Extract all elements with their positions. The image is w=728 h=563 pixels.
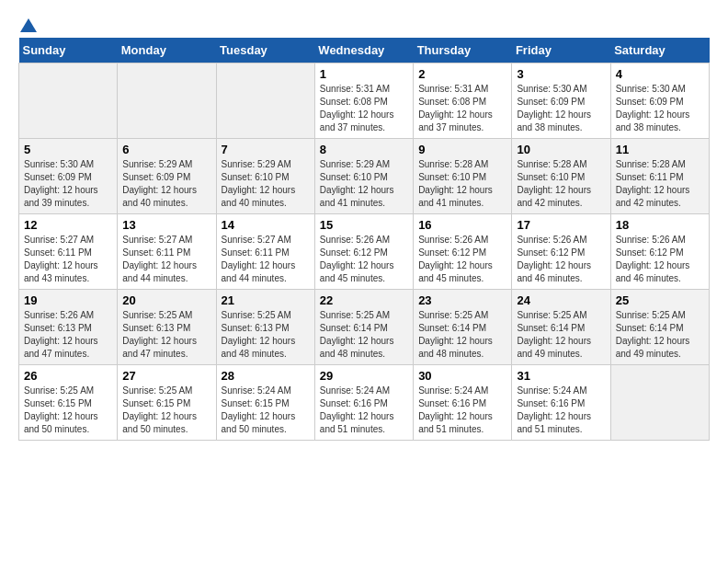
calendar-week-row: 12Sunrise: 5:27 AM Sunset: 6:11 PM Dayli… <box>19 214 710 290</box>
day-number: 15 <box>320 218 408 232</box>
day-info: Sunrise: 5:24 AM Sunset: 6:16 PM Dayligh… <box>320 385 408 436</box>
day-info: Sunrise: 5:25 AM Sunset: 6:15 PM Dayligh… <box>122 385 210 436</box>
day-info: Sunrise: 5:30 AM Sunset: 6:09 PM Dayligh… <box>517 83 605 134</box>
day-number: 25 <box>616 293 704 307</box>
calendar-day-cell: 31Sunrise: 5:24 AM Sunset: 6:16 PM Dayli… <box>512 365 610 441</box>
day-number: 22 <box>320 293 408 307</box>
day-number: 18 <box>616 218 704 232</box>
calendar-week-row: 26Sunrise: 5:25 AM Sunset: 6:15 PM Dayli… <box>19 365 710 441</box>
day-number: 8 <box>320 143 408 156</box>
calendar-week-row: 5Sunrise: 5:30 AM Sunset: 6:09 PM Daylig… <box>19 139 710 214</box>
calendar-day-cell: 24Sunrise: 5:25 AM Sunset: 6:14 PM Dayli… <box>512 290 610 365</box>
day-info: Sunrise: 5:27 AM Sunset: 6:11 PM Dayligh… <box>24 234 112 285</box>
day-info: Sunrise: 5:25 AM Sunset: 6:14 PM Dayligh… <box>320 309 408 361</box>
day-info: Sunrise: 5:25 AM Sunset: 6:14 PM Dayligh… <box>418 309 506 361</box>
weekday-header-row: SundayMondayTuesdayWednesdayThursdayFrid… <box>19 38 710 63</box>
day-number: 13 <box>122 218 210 232</box>
day-info: Sunrise: 5:29 AM Sunset: 6:09 PM Dayligh… <box>122 158 210 210</box>
day-info: Sunrise: 5:25 AM Sunset: 6:13 PM Dayligh… <box>222 309 310 361</box>
calendar-day-cell: 27Sunrise: 5:25 AM Sunset: 6:15 PM Dayli… <box>118 365 216 441</box>
weekday-header-cell: Monday <box>118 38 216 63</box>
calendar-table: SundayMondayTuesdayWednesdayThursdayFrid… <box>18 38 710 441</box>
calendar-day-cell: 28Sunrise: 5:24 AM Sunset: 6:15 PM Dayli… <box>216 365 314 441</box>
day-number: 1 <box>320 67 408 81</box>
day-number: 2 <box>418 67 506 81</box>
calendar-day-cell: 25Sunrise: 5:25 AM Sunset: 6:14 PM Dayli… <box>610 290 709 365</box>
day-number: 5 <box>24 143 112 156</box>
day-info: Sunrise: 5:24 AM Sunset: 6:16 PM Dayligh… <box>418 385 506 436</box>
day-info: Sunrise: 5:31 AM Sunset: 6:08 PM Dayligh… <box>320 83 408 134</box>
calendar-day-cell: 7Sunrise: 5:29 AM Sunset: 6:10 PM Daylig… <box>216 139 314 214</box>
day-number: 24 <box>517 293 605 307</box>
calendar-day-cell: 13Sunrise: 5:27 AM Sunset: 6:11 PM Dayli… <box>118 214 216 290</box>
day-info: Sunrise: 5:25 AM Sunset: 6:15 PM Dayligh… <box>24 385 112 436</box>
day-info: Sunrise: 5:27 AM Sunset: 6:11 PM Dayligh… <box>222 234 310 285</box>
calendar-day-cell: 26Sunrise: 5:25 AM Sunset: 6:15 PM Dayli… <box>19 365 118 441</box>
calendar-day-cell: 29Sunrise: 5:24 AM Sunset: 6:16 PM Dayli… <box>314 365 413 441</box>
day-number: 3 <box>517 67 605 81</box>
calendar-week-row: 19Sunrise: 5:26 AM Sunset: 6:13 PM Dayli… <box>19 290 710 365</box>
weekday-header-cell: Thursday <box>414 38 512 63</box>
calendar-day-cell <box>19 63 118 139</box>
calendar-day-cell: 23Sunrise: 5:25 AM Sunset: 6:14 PM Dayli… <box>414 290 512 365</box>
day-number: 10 <box>517 143 605 156</box>
logo <box>18 18 39 29</box>
calendar-day-cell: 30Sunrise: 5:24 AM Sunset: 6:16 PM Dayli… <box>414 365 512 441</box>
day-info: Sunrise: 5:26 AM Sunset: 6:12 PM Dayligh… <box>320 234 408 285</box>
day-info: Sunrise: 5:28 AM Sunset: 6:10 PM Dayligh… <box>517 158 605 210</box>
day-info: Sunrise: 5:25 AM Sunset: 6:14 PM Dayligh… <box>616 309 704 361</box>
calendar-day-cell: 10Sunrise: 5:28 AM Sunset: 6:10 PM Dayli… <box>512 139 610 214</box>
day-number: 21 <box>222 293 310 307</box>
weekday-header-cell: Tuesday <box>216 38 314 63</box>
day-info: Sunrise: 5:28 AM Sunset: 6:10 PM Dayligh… <box>418 158 506 210</box>
day-info: Sunrise: 5:24 AM Sunset: 6:15 PM Dayligh… <box>222 385 310 436</box>
day-number: 9 <box>418 143 506 156</box>
page-header <box>18 18 710 29</box>
calendar-day-cell <box>610 365 709 441</box>
calendar-day-cell: 20Sunrise: 5:25 AM Sunset: 6:13 PM Dayli… <box>118 290 216 365</box>
calendar-day-cell: 16Sunrise: 5:26 AM Sunset: 6:12 PM Dayli… <box>414 214 512 290</box>
day-number: 20 <box>122 293 210 307</box>
calendar-day-cell: 5Sunrise: 5:30 AM Sunset: 6:09 PM Daylig… <box>19 139 118 214</box>
day-number: 27 <box>122 369 210 383</box>
calendar-day-cell: 22Sunrise: 5:25 AM Sunset: 6:14 PM Dayli… <box>314 290 413 365</box>
day-info: Sunrise: 5:26 AM Sunset: 6:12 PM Dayligh… <box>418 234 506 285</box>
calendar-day-cell: 3Sunrise: 5:30 AM Sunset: 6:09 PM Daylig… <box>512 63 610 139</box>
calendar-day-cell: 4Sunrise: 5:30 AM Sunset: 6:09 PM Daylig… <box>610 63 709 139</box>
day-info: Sunrise: 5:29 AM Sunset: 6:10 PM Dayligh… <box>320 158 408 210</box>
calendar-day-cell <box>118 63 216 139</box>
day-info: Sunrise: 5:24 AM Sunset: 6:16 PM Dayligh… <box>517 385 605 436</box>
logo-triangle-icon <box>20 18 37 32</box>
calendar-day-cell: 21Sunrise: 5:25 AM Sunset: 6:13 PM Dayli… <box>216 290 314 365</box>
calendar-day-cell: 19Sunrise: 5:26 AM Sunset: 6:13 PM Dayli… <box>19 290 118 365</box>
calendar-day-cell: 14Sunrise: 5:27 AM Sunset: 6:11 PM Dayli… <box>216 214 314 290</box>
day-number: 28 <box>222 369 310 383</box>
day-number: 12 <box>24 218 112 232</box>
day-number: 7 <box>222 143 310 156</box>
day-info: Sunrise: 5:26 AM Sunset: 6:12 PM Dayligh… <box>616 234 704 285</box>
weekday-header-cell: Saturday <box>610 38 709 63</box>
calendar-day-cell: 18Sunrise: 5:26 AM Sunset: 6:12 PM Dayli… <box>610 214 709 290</box>
calendar-day-cell: 8Sunrise: 5:29 AM Sunset: 6:10 PM Daylig… <box>314 139 413 214</box>
day-info: Sunrise: 5:26 AM Sunset: 6:13 PM Dayligh… <box>24 309 112 361</box>
calendar-day-cell: 9Sunrise: 5:28 AM Sunset: 6:10 PM Daylig… <box>414 139 512 214</box>
day-number: 23 <box>418 293 506 307</box>
calendar-day-cell: 1Sunrise: 5:31 AM Sunset: 6:08 PM Daylig… <box>314 63 413 139</box>
weekday-header-cell: Friday <box>512 38 610 63</box>
calendar-body: 1Sunrise: 5:31 AM Sunset: 6:08 PM Daylig… <box>19 63 710 441</box>
calendar-day-cell: 12Sunrise: 5:27 AM Sunset: 6:11 PM Dayli… <box>19 214 118 290</box>
weekday-header-cell: Wednesday <box>314 38 413 63</box>
day-info: Sunrise: 5:26 AM Sunset: 6:12 PM Dayligh… <box>517 234 605 285</box>
weekday-header-cell: Sunday <box>19 38 118 63</box>
calendar-day-cell <box>216 63 314 139</box>
calendar-day-cell: 11Sunrise: 5:28 AM Sunset: 6:11 PM Dayli… <box>610 139 709 214</box>
day-info: Sunrise: 5:30 AM Sunset: 6:09 PM Dayligh… <box>616 83 704 134</box>
day-info: Sunrise: 5:27 AM Sunset: 6:11 PM Dayligh… <box>122 234 210 285</box>
day-info: Sunrise: 5:29 AM Sunset: 6:10 PM Dayligh… <box>222 158 310 210</box>
day-info: Sunrise: 5:31 AM Sunset: 6:08 PM Dayligh… <box>418 83 506 134</box>
calendar-day-cell: 6Sunrise: 5:29 AM Sunset: 6:09 PM Daylig… <box>118 139 216 214</box>
day-number: 4 <box>616 67 704 81</box>
day-number: 6 <box>122 143 210 156</box>
day-number: 16 <box>418 218 506 232</box>
day-info: Sunrise: 5:28 AM Sunset: 6:11 PM Dayligh… <box>616 158 704 210</box>
